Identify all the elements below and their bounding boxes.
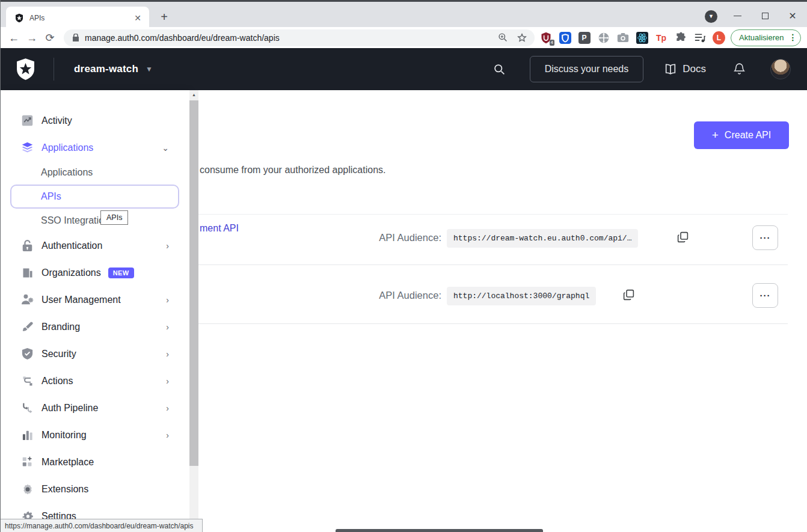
tab-title: APIs [29,14,132,22]
sidebar-nav: Activity Applications ⌄ Applications API… [0,90,189,532]
sidebar-item-marketplace[interactable]: Marketplace [0,448,189,475]
window-minimize-button[interactable] [723,4,751,28]
p-extension-icon[interactable]: P [578,31,591,44]
tenant-switcher[interactable]: dream-watch [74,63,138,75]
row-menu-button[interactable]: ··· [752,225,778,250]
chevron-down-icon[interactable]: ▼ [146,65,153,73]
chevron-right-icon: › [166,376,169,386]
new-badge: NEW [108,268,134,278]
branding-icon [21,321,34,333]
actions-icon [21,375,34,387]
notifications-bell-icon[interactable] [734,63,745,76]
sidebar-item-authentication[interactable]: Authentication › [0,232,189,259]
copy-icon[interactable] [677,231,689,243]
chevron-right-icon: › [166,430,169,440]
sidebar-item-activity[interactable]: Activity [0,107,189,134]
tab-search-icon[interactable]: ▼ [705,10,717,23]
apis-tooltip: APIs [100,210,128,225]
window-maximize-button[interactable] [751,4,779,28]
security-icon [21,347,34,360]
user-management-icon [21,294,34,305]
sidebar-scrollbar[interactable]: ▲ [189,90,198,532]
header-divider [54,58,54,81]
move-crosshair-extension-icon[interactable] [597,31,610,44]
browser-toolbar: ← → ⟳ manage.auth0.com/dashboard/eu/drea… [0,27,807,48]
copy-icon[interactable] [622,289,635,301]
sidebar-item-applications[interactable]: Applications ⌄ [0,134,189,161]
sidebar-item-branding[interactable]: Branding › [0,313,189,340]
bitwarden-extension-icon[interactable] [559,31,571,44]
create-api-button[interactable]: + Create API [694,121,789,149]
authentication-icon [21,239,34,252]
api-name-link[interactable]: ment API [200,223,239,234]
scrollbar-thumb[interactable] [189,100,198,466]
auth0-header: dream-watch ▼ Discuss your needs Docs [0,48,807,90]
chevron-down-icon: ⌄ [162,143,169,153]
maximize-icon [762,13,769,19]
sidebar-subitem-apis-focus-ring: APIs [10,185,179,209]
page-description: consume from your authorized application… [200,165,386,176]
forward-button[interactable]: → [23,29,41,46]
sidebar-subitem-sso-integrations[interactable]: SSO Integrations [0,209,189,232]
ublock-extension-icon[interactable]: 4 [539,31,552,44]
api-audience-value[interactable]: http://localhost:3000/graphql [447,287,596,305]
marketplace-icon [21,456,34,468]
new-tab-button[interactable]: + [156,10,172,25]
sidebar-item-extensions[interactable]: Extensions [0,475,189,503]
back-button[interactable]: ← [5,29,23,46]
chevron-right-icon: › [166,322,169,332]
scroll-up-icon[interactable]: ▲ [189,90,198,99]
auth0-logo-icon[interactable] [16,58,35,80]
tab-close-icon[interactable]: ✕ [132,13,143,23]
activity-icon [21,114,34,127]
chevron-right-icon: › [166,349,169,359]
sidebar-item-security[interactable]: Security › [0,340,189,367]
row-divider [198,323,788,324]
sidebar-item-monitoring[interactable]: Monitoring › [0,421,189,448]
browser-tab[interactable]: APIs ✕ [6,7,149,29]
browser-titlebar: APIs ✕ + ▼ ✕ [0,0,807,27]
api-audience-label: API Audience: [369,232,441,243]
api-audience-value[interactable]: https://dream-watch.eu.auth0.com/api/… [447,229,638,248]
zoom-page-icon[interactable] [498,32,508,43]
sidebar-item-user-management[interactable]: User Management › [0,286,189,313]
search-icon[interactable] [493,63,506,76]
sidebar-subitem-applications[interactable]: Applications [0,161,189,184]
book-icon [664,64,677,75]
docs-label: Docs [683,63,706,75]
camera-extension-icon[interactable] [616,31,629,44]
url-text: manage.auth0.com/dashboard/eu/dream-watc… [85,33,489,43]
api-row: API Audience: http://localhost:3000/grap… [198,264,788,323]
docs-link[interactable]: Docs [664,63,706,75]
sidebar-item-auth-pipeline[interactable]: Auth Pipeline › [0,394,189,421]
media-queue-extension-icon[interactable] [693,31,706,44]
react-devtools-extension-icon[interactable] [636,31,648,44]
auth0-favicon-icon [14,13,24,23]
bookmark-star-icon[interactable] [517,32,527,43]
window-close-button[interactable]: ✕ [779,4,806,28]
window-left-edge [0,0,1,532]
chrome-profile-avatar[interactable]: L [713,31,725,44]
api-row: ment API API Audience: https://dream-wat… [198,214,788,264]
extensions-puzzle-icon[interactable] [674,31,687,44]
address-bar[interactable]: manage.auth0.com/dashboard/eu/dream-watc… [64,29,535,46]
user-avatar[interactable] [770,59,791,79]
chevron-right-icon: › [166,295,169,305]
reload-button[interactable]: ⟳ [41,29,59,46]
discuss-your-needs-button[interactable]: Discuss your needs [530,56,644,82]
close-icon: ✕ [788,10,796,22]
sidebar-item-actions[interactable]: Actions › [0,367,189,394]
organizations-icon [21,267,34,279]
row-menu-button[interactable]: ··· [752,283,778,308]
chevron-right-icon: › [166,241,169,251]
applications-icon [21,141,34,154]
sidebar-item-organizations[interactable]: Organizations NEW [0,259,189,286]
browser-menu-kebab-icon[interactable]: ⋮ [788,35,797,40]
bottom-overlay-edge [336,529,543,532]
chevron-right-icon: › [166,403,169,413]
sidebar-subitem-apis[interactable]: APIs [11,186,178,207]
browser-update-button[interactable]: Aktualisieren ⋮ [731,29,801,46]
monitoring-icon [21,430,34,441]
tampermonkey-tp-extension-icon[interactable]: Tp [655,31,667,44]
minimize-icon [734,16,741,16]
